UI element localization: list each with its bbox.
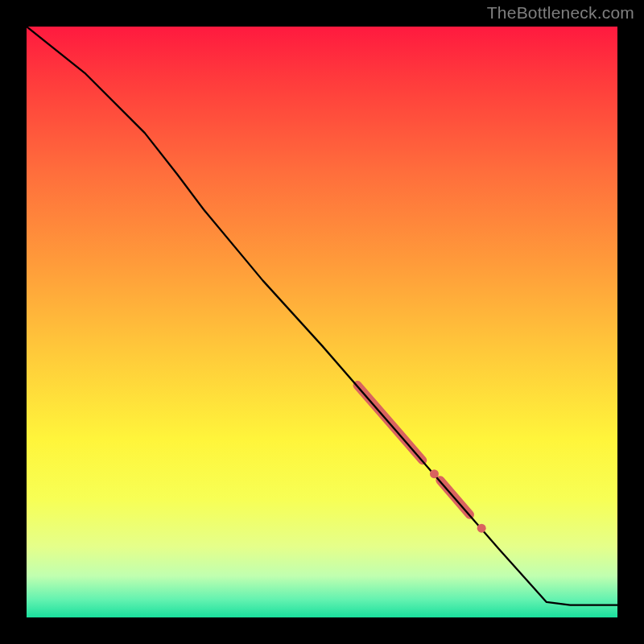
highlight-dot <box>430 469 439 478</box>
plot-area <box>27 27 617 617</box>
main-curve <box>27 27 617 605</box>
chart-svg <box>27 27 617 617</box>
highlight-dot <box>477 524 486 533</box>
attribution-label: TheBottleneck.com <box>487 3 634 23</box>
chart-frame: TheBottleneck.com <box>0 0 644 644</box>
